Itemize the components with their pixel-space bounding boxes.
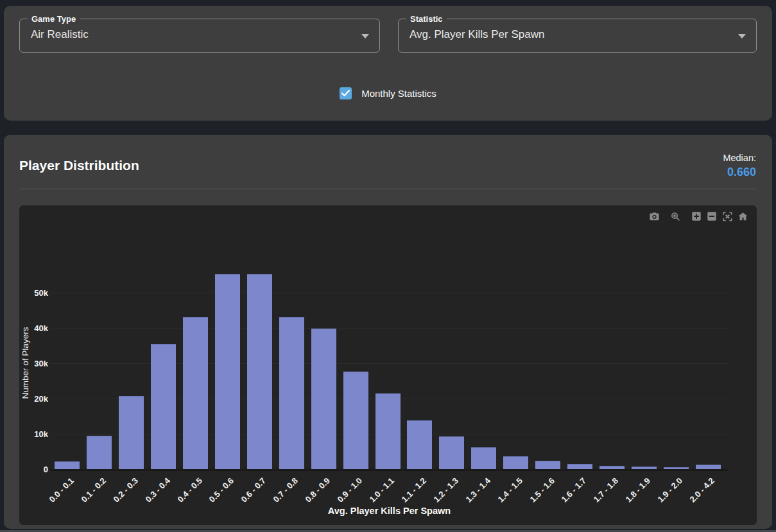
chart-canvas[interactable]: 010k20k30k40k50k0.0 - 0.10.1 - 0.20.2 - … [19, 205, 757, 525]
monthly-statistics-checkbox[interactable] [340, 87, 352, 99]
statistic-label: Statistic [406, 13, 447, 24]
zoom-icon[interactable] [668, 209, 683, 224]
game-type-label: Game Type [28, 13, 80, 24]
bar [599, 466, 625, 469]
median-value: 0.660 [723, 166, 756, 179]
camera-icon[interactable] [646, 209, 662, 224]
median-block: Median: 0.660 [723, 153, 756, 179]
bar [471, 447, 496, 469]
y-tick-label: 10k [22, 430, 48, 438]
player-distribution-panel: Player Distribution Median: 0.660 [4, 135, 772, 529]
bar [375, 393, 401, 469]
bar [215, 274, 240, 469]
bar [247, 274, 272, 469]
bar [503, 456, 528, 469]
bar [664, 467, 689, 469]
bar [55, 461, 80, 469]
bar [407, 420, 432, 469]
bar [87, 436, 112, 469]
statistic-value: Avg. Player Kills Per Spawn [410, 28, 544, 41]
chart-modebar [646, 209, 750, 224]
chevron-down-icon [361, 34, 369, 39]
autoscale-icon[interactable] [720, 209, 735, 224]
bar [311, 329, 336, 469]
game-type-value: Air Realistic [31, 28, 89, 41]
filters-panel: Game Type Air Realistic Statistic Avg. P… [4, 6, 772, 121]
zoom-out-icon[interactable] [704, 209, 720, 224]
monthly-statistics-label: Monthly Statistics [361, 88, 436, 99]
chevron-down-icon [738, 34, 746, 39]
statistic-select[interactable]: Statistic Avg. Player Kills Per Spawn [398, 19, 757, 53]
bar [696, 465, 721, 469]
y-gridline [50, 328, 729, 329]
y-axis-title: Number of Players [21, 318, 30, 408]
panel-title: Player Distribution [19, 158, 139, 173]
game-type-select[interactable]: Game Type Air Realistic [19, 19, 380, 53]
bar [343, 372, 368, 469]
header-divider [19, 189, 757, 189]
checkmark-icon [341, 90, 350, 97]
zoom-in-icon[interactable] [689, 209, 704, 224]
bar [632, 467, 657, 469]
bar [439, 436, 464, 469]
bar [535, 461, 560, 469]
x-axis-line [50, 469, 729, 471]
y-tick-label: 0 [22, 465, 48, 474]
bar [279, 317, 304, 469]
bar [119, 396, 144, 469]
bar [567, 464, 592, 469]
bar [151, 344, 176, 469]
y-tick-label: 50k [22, 289, 48, 297]
x-axis-title: Avg. Player Kills Per Spawn [50, 506, 729, 516]
monthly-statistics-row: Monthly Statistics [4, 87, 772, 99]
bar [183, 317, 208, 469]
y-gridline [50, 293, 729, 293]
median-label: Median: [723, 153, 756, 163]
home-icon[interactable] [735, 209, 750, 224]
